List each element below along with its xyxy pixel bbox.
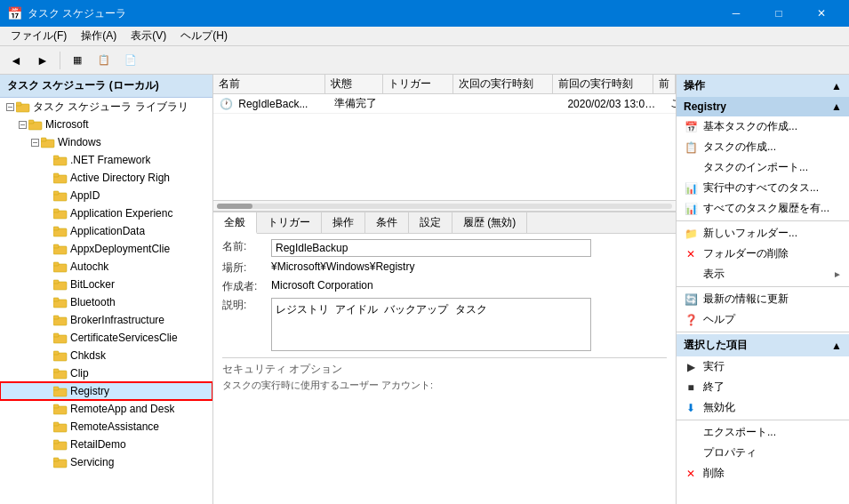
col-header-status[interactable]: 状態 bbox=[325, 75, 383, 93]
tree-item-autochk[interactable]: Autochk bbox=[0, 258, 212, 276]
menu-action[interactable]: 操作(A) bbox=[74, 27, 124, 45]
tree-label-root: タスク スケジューラ ライブラリ bbox=[33, 100, 188, 115]
action-sep4 bbox=[677, 420, 849, 420]
actions-selected-header[interactable]: 選択した項目 ▲ bbox=[677, 334, 849, 356]
tab-actions[interactable]: 操作 bbox=[322, 212, 365, 233]
tree-item-clip[interactable]: Clip bbox=[0, 364, 212, 382]
svg-rect-41 bbox=[53, 404, 59, 408]
action-stop[interactable]: ■ 終了 bbox=[677, 377, 849, 397]
tree-item-certsvcs[interactable]: CertificateServicesClie bbox=[0, 329, 212, 347]
tree-item-servicing[interactable]: Servicing bbox=[0, 453, 212, 471]
folder-icon-chkdsk bbox=[53, 349, 68, 362]
action-export[interactable]: エクスポート... bbox=[677, 422, 849, 443]
tree-item-chkdsk[interactable]: Chkdsk bbox=[0, 347, 212, 364]
tree-item-remoteassist[interactable]: RemoteAssistance bbox=[0, 418, 212, 436]
tab-conditions[interactable]: 条件 bbox=[365, 212, 409, 233]
action-properties[interactable]: プロパティ bbox=[677, 443, 849, 463]
tree-label-retaildemo: RetailDemo bbox=[70, 438, 126, 451]
tree-label-bluetooth: Bluetooth bbox=[70, 296, 116, 308]
tree-item-retaildemo[interactable]: RetailDemo bbox=[0, 436, 212, 453]
tree-item-appxdeploy[interactable]: AppxDeploymentClie bbox=[0, 240, 212, 258]
menu-view[interactable]: 表示(V) bbox=[124, 27, 173, 45]
action-refresh[interactable]: 🔄 最新の情報に更新 bbox=[677, 289, 849, 309]
menu-file[interactable]: ファイル(F) bbox=[4, 27, 74, 45]
forward-button[interactable]: ► bbox=[30, 49, 55, 72]
tree-expand-retaildemo bbox=[41, 438, 53, 451]
tree-item-remoteapp[interactable]: RemoteApp and Desk bbox=[0, 400, 212, 418]
col-header-prev2[interactable]: 前 bbox=[653, 75, 676, 93]
action-delete-folder[interactable]: ✕ フォルダーの削除 bbox=[677, 244, 849, 264]
action-create-task[interactable]: 📋 タスクの作成... bbox=[677, 137, 849, 157]
close-button[interactable]: ✕ bbox=[801, 0, 842, 27]
tree-item-appid[interactable]: AppID bbox=[0, 187, 212, 204]
svg-rect-27 bbox=[53, 280, 59, 284]
actions-registry-header[interactable]: Registry ▲ bbox=[677, 97, 849, 116]
actions-main-header[interactable]: 操作 ▲ bbox=[677, 75, 849, 97]
tree-container[interactable]: タスク スケジューラ ライブラリ Microsoft Windows .NET … bbox=[0, 98, 212, 504]
action-delete[interactable]: ✕ 削除 bbox=[677, 463, 849, 484]
folder-icon-retaildemo bbox=[53, 438, 68, 451]
back-button[interactable]: ◄ bbox=[4, 49, 28, 72]
tree-item-microsoft[interactable]: Microsoft bbox=[0, 116, 212, 133]
task-scrollbar[interactable] bbox=[213, 200, 676, 211]
col-header-prev[interactable]: 前回の実行時刻 bbox=[553, 75, 653, 93]
tab-history[interactable]: 履歴 (無効) bbox=[453, 212, 527, 233]
tree-expand-root[interactable] bbox=[4, 100, 16, 113]
name-value: RegIdleBackup bbox=[271, 239, 591, 257]
tree-expand-microsoft[interactable] bbox=[16, 118, 28, 131]
tree-item-bluetooth[interactable]: Bluetooth bbox=[0, 293, 212, 311]
toolbar-icon3[interactable]: 📄 bbox=[118, 49, 143, 72]
tree-item-registry[interactable]: Registry bbox=[0, 382, 212, 400]
tree-expand-bluetooth bbox=[41, 296, 53, 308]
action-disable[interactable]: ⬇ 無効化 bbox=[677, 397, 849, 418]
tree-item-root[interactable]: タスク スケジューラ ライブラリ bbox=[0, 98, 212, 116]
action-run[interactable]: ▶ 実行 bbox=[677, 356, 849, 377]
toolbar-icon2[interactable]: 📋 bbox=[92, 49, 116, 72]
show-hide-button[interactable]: ▦ bbox=[65, 49, 90, 72]
col-header-name[interactable]: 名前 bbox=[213, 75, 325, 93]
delete-folder-icon: ✕ bbox=[684, 247, 698, 261]
tree-expand-windows[interactable] bbox=[28, 136, 41, 148]
tab-settings[interactable]: 設定 bbox=[409, 212, 453, 233]
detail-form: 名前: RegIdleBackup 場所: ¥Microsoft¥Windows… bbox=[222, 239, 667, 499]
tree-item-windows[interactable]: Windows bbox=[0, 133, 212, 151]
title-text: タスク スケジューラ bbox=[28, 6, 126, 21]
folder-icon-certsvcs bbox=[53, 332, 68, 344]
minimize-button[interactable]: ─ bbox=[716, 0, 757, 27]
tree-expand-certsvcs bbox=[41, 332, 53, 344]
action-view[interactable]: 表示 ► bbox=[677, 264, 849, 284]
tab-triggers[interactable]: トリガー bbox=[257, 212, 322, 233]
import-task-icon bbox=[684, 161, 698, 175]
svg-rect-15 bbox=[53, 173, 59, 177]
action-running-tasks[interactable]: 📊 実行中のすべてのタス... bbox=[677, 178, 849, 198]
tree-item-netfw[interactable]: .NET Framework bbox=[0, 151, 212, 169]
security-section: セキュリティ オプション タスクの実行時に使用するユーザー アカウント: bbox=[222, 357, 667, 392]
tree-expand-adrms bbox=[41, 172, 53, 184]
tab-general[interactable]: 全般 bbox=[213, 212, 257, 234]
tree-expand-autochk bbox=[41, 260, 53, 273]
tree-item-appexp[interactable]: Application Experienc bbox=[0, 204, 212, 222]
tree-expand-remoteapp bbox=[41, 403, 53, 415]
action-import-task[interactable]: タスクのインポート... bbox=[677, 157, 849, 178]
location-value: ¥Microsoft¥Windows¥Registry bbox=[271, 260, 667, 273]
action-all-history[interactable]: 📊 すべてのタスク履歴を有... bbox=[677, 198, 849, 219]
tree-item-appdata[interactable]: ApplicationData bbox=[0, 222, 212, 240]
tree-item-adrms[interactable]: Active Directory Righ bbox=[0, 169, 212, 187]
tree-item-bitlocker[interactable]: BitLocker bbox=[0, 276, 212, 293]
maximize-button[interactable]: □ bbox=[758, 0, 799, 27]
action-sep2 bbox=[677, 286, 849, 287]
svg-rect-3 bbox=[16, 102, 21, 106]
col-header-trigger[interactable]: トリガー bbox=[383, 75, 453, 93]
action-help[interactable]: ❓ ヘルプ bbox=[677, 309, 849, 330]
action-new-folder[interactable]: 📁 新しいフォルダー... bbox=[677, 223, 849, 244]
task-icon: 🕐 bbox=[219, 97, 233, 111]
security-sublabel: タスクの実行時に使用するユーザー アカウント: bbox=[222, 379, 667, 392]
action-create-basic[interactable]: 📅 基本タスクの作成... bbox=[677, 116, 849, 137]
menu-help[interactable]: ヘルプ(H) bbox=[173, 27, 235, 45]
svg-rect-17 bbox=[53, 191, 59, 195]
tree-item-brokerinfra[interactable]: BrokerInfrastructure bbox=[0, 311, 212, 329]
col-header-next[interactable]: 次回の実行時刻 bbox=[453, 75, 554, 93]
tree-label-appdata: ApplicationData bbox=[70, 225, 145, 237]
desc-box[interactable] bbox=[271, 298, 591, 351]
table-row[interactable]: 🕐 RegIdleBack... 準備完了 2020/02/03 13:08:3… bbox=[213, 94, 676, 114]
